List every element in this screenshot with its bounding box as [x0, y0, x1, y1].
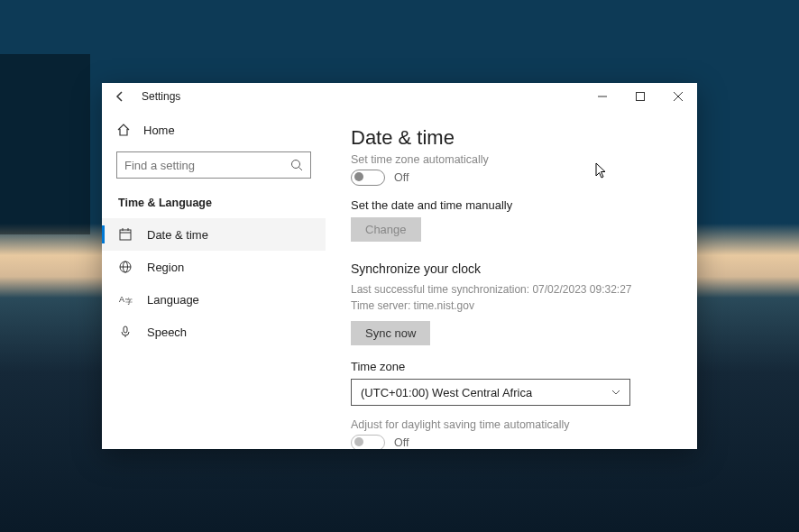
home-icon — [116, 123, 131, 137]
microphone-icon — [118, 325, 133, 339]
auto-timezone-toggle[interactable] — [351, 170, 385, 186]
sync-last-text: Last successful time synchronization: 07… — [351, 281, 672, 298]
sync-heading: Synchronize your clock — [351, 261, 672, 276]
home-label: Home — [143, 124, 175, 137]
sidebar-item-datetime[interactable]: Date & time — [102, 218, 326, 251]
timezone-value: (UTC+01:00) West Central Africa — [361, 386, 611, 399]
dst-label: Adjust for daylight saving time automati… — [351, 418, 672, 431]
svg-rect-13 — [124, 326, 127, 333]
sidebar-item-label: Language — [147, 293, 199, 307]
toggle-state-label: Off — [394, 171, 409, 184]
svg-rect-4 — [120, 230, 131, 240]
sync-server-text: Time server: time.nist.gov — [351, 298, 672, 314]
svg-text:A: A — [119, 295, 124, 304]
timezone-select[interactable]: (UTC+01:00) West Central Africa — [351, 379, 630, 406]
page-title: Date & time — [351, 126, 672, 150]
toggle-state-label: Off — [394, 436, 409, 449]
svg-line-3 — [299, 168, 303, 171]
sidebar-item-label: Region — [147, 261, 184, 274]
content-pane: Date & time Set time zone automatically … — [326, 110, 697, 449]
change-button[interactable]: Change — [351, 217, 421, 242]
window-title: Settings — [142, 90, 180, 103]
timezone-label: Time zone — [351, 360, 672, 373]
titlebar: Settings — [102, 83, 697, 110]
back-button[interactable] — [109, 86, 131, 107]
search-box[interactable] — [116, 151, 311, 179]
sidebar-item-label: Date & time — [147, 228, 208, 242]
close-button[interactable] — [659, 83, 697, 110]
manual-set-label: Set the date and time manually — [351, 198, 672, 212]
svg-rect-1 — [637, 93, 645, 101]
language-icon: A字 — [118, 292, 133, 307]
sidebar-item-speech[interactable]: Speech — [102, 316, 326, 348]
window-controls — [583, 83, 697, 110]
svg-point-2 — [292, 161, 300, 169]
globe-icon — [118, 260, 133, 274]
auto-timezone-label: Set time zone automatically — [351, 153, 672, 166]
svg-text:字: 字 — [125, 298, 133, 306]
sidebar-item-region[interactable]: Region — [102, 251, 326, 283]
minimize-button[interactable] — [583, 83, 621, 110]
maximize-button[interactable] — [621, 83, 659, 110]
sidebar-section-title: Time & Language — [102, 189, 326, 218]
home-nav[interactable]: Home — [102, 115, 326, 144]
search-input[interactable] — [124, 159, 290, 172]
settings-window: Settings Home — [102, 83, 697, 449]
dst-toggle — [351, 435, 385, 449]
sync-now-button[interactable]: Sync now — [351, 321, 430, 345]
search-icon — [290, 159, 303, 171]
sidebar-item-label: Speech — [147, 326, 187, 339]
calendar-icon — [118, 227, 133, 242]
sidebar: Home Time & Language Date & time Reg — [102, 110, 326, 449]
chevron-down-icon — [611, 388, 620, 397]
sidebar-item-language[interactable]: A字 Language — [102, 283, 326, 316]
